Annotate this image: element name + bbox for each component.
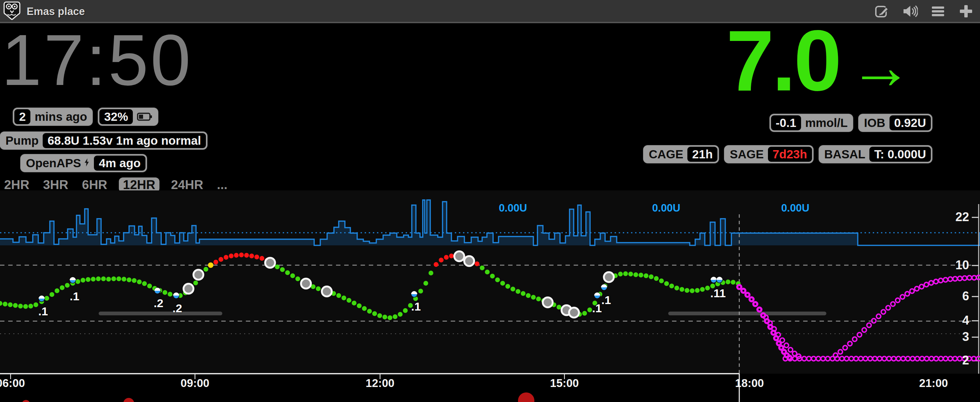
time-ago-pill[interactable]: 2 mins ago [13, 108, 92, 126]
add-treatment-icon[interactable] [958, 3, 974, 19]
cgm-dot-g [275, 264, 280, 269]
cgm-dot-r [434, 262, 438, 267]
cgm-dot-g [531, 295, 536, 300]
cgm-dot-g [388, 315, 392, 320]
cgm-dot-g [398, 312, 402, 317]
cgm-dot-g [336, 293, 341, 298]
cgm-dot-g [122, 277, 126, 281]
pump-label: Pump [2, 133, 43, 148]
menu-icon[interactable] [930, 3, 946, 19]
x-axis-label: 09:00 [171, 377, 219, 390]
prediction-dot-center [769, 326, 772, 328]
cgm-dot-g [675, 286, 679, 291]
cgm-dot-g [638, 273, 643, 277]
cgm-dot-g [49, 292, 54, 297]
cage-pill[interactable]: CAGE 21h [643, 145, 719, 163]
cgm-dot-g [137, 280, 142, 284]
iob-value: 0.92U [889, 115, 931, 130]
treatment-marker [194, 270, 204, 280]
cgm-dot-g [526, 293, 531, 298]
nightscout-app: Emas place [0, 0, 980, 402]
cgm-dot-r [234, 253, 239, 257]
bolus-amount-label: .1 [38, 305, 48, 318]
cgm-dot-g [28, 304, 33, 308]
cgm-dot-r [249, 254, 254, 258]
treatment-marker [465, 256, 474, 266]
cgm-dot-g [669, 284, 674, 288]
cgm-dot-g [423, 281, 428, 286]
temp-basal-amount-label: 0.00U [652, 202, 681, 214]
cgm-dot-g [521, 291, 525, 296]
cgm-dot-g [536, 297, 541, 301]
cgm-dot-g [428, 271, 433, 275]
chart-canvas[interactable] [0, 191, 980, 402]
cgm-dot-g [342, 296, 346, 300]
page-title: Emas place [27, 5, 85, 18]
prediction-dot-center [783, 351, 785, 353]
glucose-chart[interactable]: 0.00U0.00U0.00U2210643206:0009:0012:0015… [0, 191, 980, 402]
cgm-dot-g [127, 277, 132, 282]
basal-pill[interactable]: BASAL T: 0.000U [819, 145, 932, 163]
current-bg[interactable]: 7.0 → [726, 18, 912, 104]
y-axis-label: 2 [945, 353, 969, 367]
treatment-duration-bar [668, 311, 826, 315]
openaps-row: OpenAPS 4m ago [21, 154, 147, 172]
cgm-dot-y [208, 262, 213, 268]
y-axis-label: 10 [945, 258, 969, 272]
bg-value: 7.0 [726, 18, 840, 104]
iob-pill[interactable]: IOB 0.92U [858, 114, 932, 132]
cgm-dot-g [649, 274, 654, 279]
cgm-dot-g [367, 309, 372, 314]
edit-icon[interactable] [874, 3, 890, 19]
cgm-dot-g [500, 281, 505, 286]
cgm-dot-g [33, 302, 38, 307]
x-axis-label: 06:00 [0, 377, 35, 390]
bolus-amount-label: .1 [601, 294, 611, 307]
cgm-dot-g [393, 314, 398, 319]
cgm-dot-g [557, 305, 562, 310]
cgm-dot-g [664, 281, 669, 286]
pump-value: 68.8U 1.53v 1m ago normal [43, 133, 205, 148]
sage-pill[interactable]: SAGE 7d23h [724, 145, 813, 163]
context-bg-arc [22, 400, 30, 402]
x-axis-label: 15:00 [541, 377, 588, 390]
pump-pill[interactable]: Pump 68.8U 1.53v 1m ago normal [0, 132, 207, 149]
toolbar [874, 3, 974, 19]
cage-label: CAGE [645, 147, 687, 162]
cgm-dot-g [347, 298, 352, 303]
delta-pill[interactable]: -0.1 mmol/L [770, 114, 853, 132]
lightning-bolt-icon [84, 156, 90, 170]
prediction-dot-center [746, 294, 748, 296]
cgm-dot-g [106, 277, 111, 281]
clock: 17:50 [2, 24, 193, 96]
age-row: CAGE 21h SAGE 7d23h BASAL T: 0.000U [643, 145, 932, 163]
uploader-battery-pill[interactable]: 32% [98, 108, 158, 126]
cgm-dot-g [623, 271, 628, 276]
treatment-marker [265, 258, 275, 268]
cgm-dot-g [725, 280, 730, 284]
cgm-dot-r [449, 254, 454, 258]
status-row: 2 mins ago 32% [13, 108, 158, 126]
cgm-dot-g [659, 278, 664, 283]
treatment-marker [184, 284, 194, 294]
cgm-dot-g [618, 272, 623, 276]
openaps-pill[interactable]: OpenAPS 4m ago [21, 154, 147, 172]
cgm-dot-r [244, 253, 249, 257]
cgm-dot-g [511, 287, 515, 291]
cgm-dot-g [142, 281, 147, 286]
bg-detail-row: -0.1 mmol/L IOB 0.92U [770, 114, 932, 132]
treatment-marker [455, 251, 465, 261]
cgm-dot-g [162, 290, 167, 295]
y-axis-label: 3 [945, 330, 969, 344]
basal-label: BASAL [820, 147, 870, 162]
cgm-dot-g [685, 288, 689, 293]
cgm-dot-g [23, 304, 28, 309]
temp-basal-amount-label: 0.00U [781, 202, 810, 214]
alarm-speaker-icon[interactable] [902, 3, 918, 19]
cgm-dot-g [705, 286, 710, 291]
brand: Emas place [3, 2, 85, 22]
iob-label: IOB [860, 115, 889, 130]
cgm-dot-r [444, 255, 449, 260]
pump-row: Pump 68.8U 1.53v 1m ago normal [0, 132, 207, 149]
cgm-dot-g [495, 277, 500, 282]
